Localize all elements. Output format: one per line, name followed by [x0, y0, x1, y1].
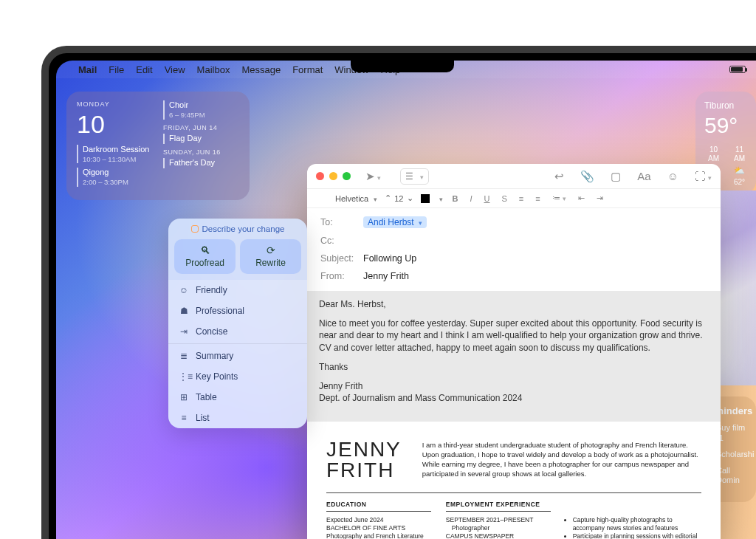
body-paragraph: Nice to meet you for coffee yesterday. S…	[319, 317, 709, 354]
emoji-icon[interactable]: ☺	[667, 170, 678, 182]
battery-icon[interactable]	[729, 66, 746, 73]
recipient-pill[interactable]: Andi Herbst	[363, 216, 427, 228]
weather-hour: 11 AM⛅62°	[730, 145, 749, 188]
media-icon[interactable]: ⛶	[695, 170, 712, 182]
display-notch	[351, 53, 454, 72]
rewrite-icon: ⟳	[243, 244, 298, 256]
format-table[interactable]: ⊞Table	[168, 387, 307, 408]
resume-last: FRITH	[326, 460, 402, 481]
menu-mailbox[interactable]: Mailbox	[197, 64, 230, 75]
compose-headers: To:Andi Herbst Cc: Subject:Following Up …	[307, 208, 721, 291]
format-list[interactable]: ≡List	[168, 408, 307, 428]
header-toggle[interactable]: ☰	[400, 168, 429, 185]
send-icon[interactable]: ➤	[365, 170, 381, 183]
indent-button[interactable]: ⇤	[576, 193, 587, 203]
align-button[interactable]: ≡	[533, 194, 542, 203]
body-thanks: Thanks	[319, 361, 709, 373]
list-icon: ≡	[179, 413, 189, 423]
align-button[interactable]: ≡	[517, 194, 526, 203]
calendar-widget[interactable]: MONDAY 10 Darkroom Session10:30 – 11:30A…	[66, 92, 250, 200]
proofread-button[interactable]: 🔍︎Proofread	[174, 239, 236, 274]
reply-icon[interactable]: ↩︎	[554, 170, 564, 183]
calendar-day-label: MONDAY	[77, 100, 153, 109]
describe-change-field[interactable]: Describe your change	[168, 219, 307, 239]
resume-emp-head: EMPLOYMENT EXPERIENCE	[446, 501, 551, 512]
weather-location: Tiburon	[704, 100, 749, 111]
outdent-button[interactable]: ⇥	[594, 193, 605, 203]
window-close-button[interactable]	[316, 172, 324, 180]
calendar-date: 10	[77, 109, 153, 140]
calendar-event[interactable]: Father's Day	[163, 158, 239, 168]
body-greeting: Dear Ms. Herbst,	[319, 298, 709, 310]
body-signature: Jenny FrithDept. of Journalism and Mass …	[319, 380, 709, 404]
resume-first: JENNY	[326, 439, 402, 460]
subject-field[interactable]: Following Up	[363, 253, 416, 264]
menu-format[interactable]: Format	[292, 64, 323, 75]
rewrite-button[interactable]: ⟳Rewrite	[240, 239, 301, 274]
calendar-subhead: SUNDAY, JUN 16	[163, 148, 239, 157]
strike-button[interactable]: S	[499, 194, 509, 203]
style-friendly[interactable]: ☺Friendly	[168, 280, 307, 301]
compose-titlebar[interactable]: ➤ ☰ ↩︎ 📎 ▢ Aa ☺ ⛶	[307, 164, 721, 189]
keypoints-icon: ⋮≡	[179, 371, 189, 382]
photo-icon[interactable]: ▢	[611, 170, 621, 183]
calendar-event[interactable]: Choir6 – 9:45PM	[163, 100, 239, 120]
table-icon: ⊞	[179, 392, 189, 402]
to-label: To:	[320, 217, 357, 227]
bold-button[interactable]: B	[450, 194, 461, 203]
cc-label: Cc:	[320, 236, 357, 246]
calendar-event[interactable]: Flag Day	[163, 134, 239, 144]
concise-icon: ⇥	[179, 326, 189, 337]
subject-label: Subject:	[320, 253, 357, 264]
menu-message[interactable]: Message	[241, 64, 281, 75]
underline-button[interactable]: U	[482, 194, 492, 203]
menu-edit[interactable]: Edit	[136, 64, 152, 75]
weather-temp: 59°	[704, 111, 749, 140]
resume-attachment: JENNY FRITH I am a third-year student un…	[307, 422, 721, 539]
italic-button[interactable]: I	[467, 194, 474, 203]
attach-icon[interactable]: 📎	[580, 170, 594, 183]
window-minimize-button[interactable]	[329, 172, 337, 180]
menu-app[interactable]: Mail	[78, 64, 97, 75]
sparkle-icon	[191, 225, 199, 233]
style-concise[interactable]: ⇥Concise	[168, 321, 307, 342]
resume-bio: I am a third-year student undergraduate …	[422, 439, 701, 481]
from-label: From:	[320, 271, 357, 281]
menu-file[interactable]: File	[109, 64, 124, 75]
calendar-subhead: FRIDAY, JUN 14	[163, 124, 239, 132]
font-select[interactable]: Helvetica	[335, 194, 377, 203]
format-keypoints[interactable]: ⋮≡Key Points	[168, 366, 307, 387]
compose-body[interactable]: Dear Ms. Herbst, Nice to meet you for co…	[307, 291, 721, 422]
compose-window: ➤ ☰ ↩︎ 📎 ▢ Aa ☺ ⛶ Helvetica ⌃ 12 ⌄	[307, 164, 721, 539]
color-swatch[interactable]	[421, 194, 430, 203]
summary-icon: ≣	[179, 351, 189, 361]
format-icon[interactable]: Aa	[637, 170, 650, 182]
from-value[interactable]: Jenny Frith	[363, 271, 409, 281]
format-summary[interactable]: ≣Summary	[168, 346, 307, 366]
window-zoom-button[interactable]	[343, 172, 351, 180]
briefcase-icon: ☗	[179, 306, 189, 316]
calendar-event[interactable]: Darkroom Session10:30 – 11:30AM	[77, 145, 153, 164]
size-select[interactable]: ⌃ 12 ⌄	[385, 193, 413, 203]
menu-view[interactable]: View	[165, 64, 185, 75]
smile-icon: ☺	[179, 285, 189, 295]
writing-tools-panel: Describe your change 🔍︎Proofread ⟳Rewrit…	[168, 219, 307, 428]
format-bar: Helvetica ⌃ 12 ⌄ B I U S ≡ ≡ ≔ ⇤ ⇥	[307, 189, 721, 208]
resume-edu-head: EDUCATION	[326, 501, 431, 512]
list-button[interactable]: ≔	[550, 193, 568, 203]
calendar-event[interactable]: Qigong2:00 – 3:30PM	[77, 168, 153, 187]
style-professional[interactable]: ☗Professional	[168, 301, 307, 321]
magnify-icon: 🔍︎	[177, 244, 233, 256]
